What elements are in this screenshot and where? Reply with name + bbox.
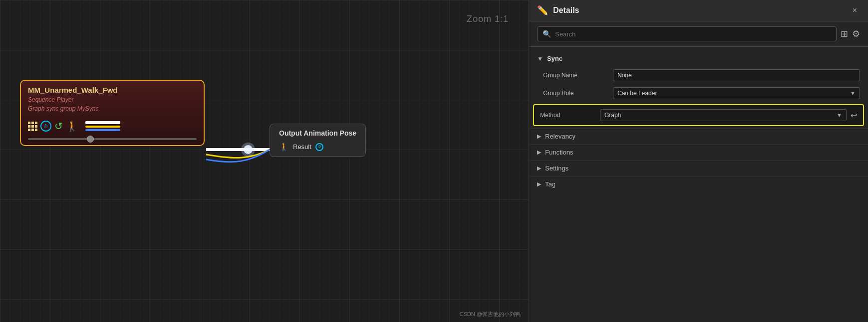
tag-section-label: Tag <box>545 180 556 188</box>
output-clock-icon: ⏱ <box>315 143 323 151</box>
method-value: Graph <box>604 112 621 119</box>
method-label: Method <box>540 112 600 119</box>
wire-connections <box>0 0 529 322</box>
blueprint-canvas: Zoom 1:1 MM_Unarmed_Walk_Fwd Sequence Pl… <box>0 0 529 322</box>
relevancy-section-label: Relevancy <box>545 133 576 140</box>
settings-section-header[interactable]: ▶ Settings <box>529 160 868 176</box>
search-icon: 🔍 <box>543 30 551 38</box>
pin-person-icon: 🚶 <box>279 142 289 152</box>
sync-icon: ↺ <box>54 120 63 132</box>
details-header: ✏️ Details × <box>529 0 868 21</box>
settings-section-label: Settings <box>545 164 569 172</box>
node-icons-row: ⏱ ↺ 🚶 <box>21 116 204 136</box>
node-subtitle: Sequence Player Graph sync group MySync <box>28 95 197 113</box>
method-row: Method Graph ▼ ↩ <box>534 105 863 125</box>
method-dropdown[interactable]: Graph ▼ <box>600 109 847 121</box>
functions-section-header[interactable]: ▶ Functions <box>529 144 868 160</box>
tag-collapse-arrow: ▶ <box>537 181 541 187</box>
details-title: Details <box>553 6 579 15</box>
details-search-row: 🔍 ⊞ ⚙ <box>529 21 868 47</box>
node-title: MM_Unarmed_Walk_Fwd <box>28 86 197 94</box>
settings-collapse-arrow: ▶ <box>537 165 541 171</box>
output-pin-label: Result <box>293 143 311 151</box>
node-subtitle-line2: Graph sync group MySync <box>28 104 197 113</box>
search-box: 🔍 <box>537 26 837 41</box>
node-subtitle-line1: Sequence Player <box>28 95 197 104</box>
group-role-value: Can be Leader <box>617 90 657 97</box>
svg-point-0 <box>244 145 253 154</box>
grid-node-icon <box>28 122 37 131</box>
output-pin-row: 🚶 Result ⏱ <box>279 142 356 152</box>
toolbar-icons: ⊞ ⚙ <box>841 28 860 39</box>
tag-section-header[interactable]: ▶ Tag <box>529 176 868 192</box>
group-role-dropdown-arrow: ▼ <box>850 90 856 96</box>
details-title-row: ✏️ Details <box>537 5 579 16</box>
method-dropdown-arrow: ▼ <box>837 112 842 118</box>
relevancy-collapse-arrow: ▶ <box>537 133 541 140</box>
details-content: ▼ Sync Group Name None Group Role Can be… <box>529 47 868 322</box>
functions-collapse-arrow: ▶ <box>537 149 541 156</box>
relevancy-section-header[interactable]: ▶ Relevancy <box>529 128 868 144</box>
pencil-icon: ✏️ <box>537 5 548 16</box>
method-row-container: Method Graph ▼ ↩ <box>533 104 864 126</box>
details-panel: ✏️ Details × 🔍 ⊞ ⚙ ▼ Sync Group Name Non… <box>529 0 868 322</box>
svg-point-1 <box>241 143 255 157</box>
grid-view-icon[interactable]: ⊞ <box>841 28 848 39</box>
sync-section-label: Sync <box>547 55 563 62</box>
person-icon: 🚶 <box>66 120 78 132</box>
output-animation-pose-node: Output Animation Pose 🚶 Result ⏱ <box>270 124 366 157</box>
output-node-title: Output Animation Pose <box>279 129 356 137</box>
clock-icon: ⏱ <box>40 121 51 132</box>
method-reset-button[interactable]: ↩ <box>851 111 857 120</box>
sequence-node: MM_Unarmed_Walk_Fwd Sequence Player Grap… <box>20 80 205 146</box>
sync-collapse-arrow: ▼ <box>537 55 543 62</box>
group-name-row: Group Name None <box>529 66 868 84</box>
node-header: MM_Unarmed_Walk_Fwd Sequence Player Grap… <box>21 81 204 116</box>
group-name-value[interactable]: None <box>613 69 860 81</box>
group-name-label: Group Name <box>543 72 613 79</box>
zoom-label: Zoom 1:1 <box>467 14 509 24</box>
sync-section-header[interactable]: ▼ Sync <box>529 51 868 66</box>
group-role-label: Group Role <box>543 90 613 97</box>
group-role-row: Group Role Can be Leader ▼ <box>529 84 868 102</box>
functions-section-label: Functions <box>545 149 573 156</box>
node-slider[interactable] <box>21 136 204 145</box>
settings-icon[interactable]: ⚙ <box>852 28 860 39</box>
watermark-text: CSDN @弹吉他的小刘鸭 <box>460 311 521 318</box>
details-close-button[interactable]: × <box>850 5 860 16</box>
group-role-dropdown[interactable]: Can be Leader ▼ <box>613 87 860 99</box>
search-input[interactable] <box>555 30 831 38</box>
